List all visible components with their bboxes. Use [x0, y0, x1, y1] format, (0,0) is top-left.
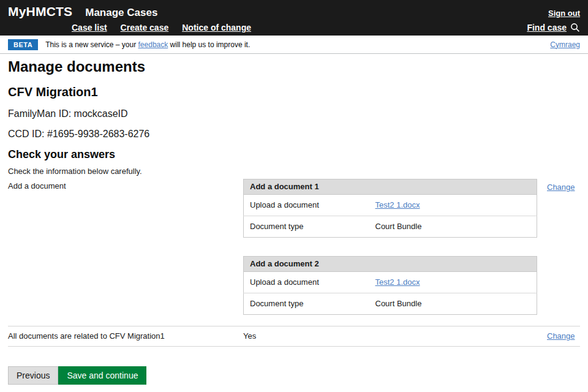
- related-documents-row: All documents are related to CFV Migrati…: [8, 326, 580, 347]
- beta-badge: BETA: [8, 39, 38, 50]
- document-table-1-title: Add a document 1: [244, 179, 537, 195]
- document-type-label: Document type: [244, 216, 369, 238]
- table-row: Upload a document Test2 1.docx: [244, 195, 537, 216]
- related-change-link[interactable]: Change: [547, 331, 575, 341]
- related-change-cell: Change: [537, 331, 580, 341]
- documents-row-label: Add a document: [8, 179, 243, 315]
- familyman-id: FamilyMan ID: mockcaseID: [8, 108, 580, 120]
- nav-create-case[interactable]: Create case: [121, 23, 169, 32]
- upload-document-label: Upload a document: [244, 195, 369, 216]
- document-type-label: Document type: [244, 293, 369, 315]
- document-type-value: Court Bundle: [369, 293, 537, 315]
- table-row: Document type Court Bundle: [244, 293, 537, 315]
- documents-answer-row: Add a document Add a document 1 Upload a…: [8, 179, 580, 315]
- document-table-2: Add a document 2 Upload a document Test2…: [243, 256, 537, 315]
- page-title: Manage documents: [8, 58, 580, 76]
- document-file-link[interactable]: Test2 1.docx: [375, 200, 420, 209]
- previous-button[interactable]: Previous: [8, 366, 58, 385]
- feedback-link[interactable]: feedback: [138, 40, 168, 49]
- check-answers-instruction: Check the information below carefully.: [8, 167, 580, 176]
- beta-text-after: will help us to improve it.: [168, 40, 250, 49]
- ccd-id: CCD ID: #1695-9938-2683-6276: [8, 128, 580, 140]
- upload-document-label: Upload a document: [244, 272, 369, 293]
- app-title: Manage Cases: [85, 7, 157, 19]
- document-table-1: Add a document 1 Upload a document Test2…: [243, 179, 537, 238]
- nav-notice-of-change[interactable]: Notice of change: [182, 23, 251, 32]
- brand-logo: MyHMCTS: [8, 4, 72, 19]
- header-nav-row: Case list Create case Notice of change F…: [8, 23, 580, 32]
- nav-case-list[interactable]: Case list: [72, 23, 107, 32]
- brand-group: MyHMCTS Manage Cases: [8, 4, 157, 19]
- beta-banner: BETA This is a new service – your feedba…: [0, 36, 588, 54]
- documents-change-link[interactable]: Change: [547, 183, 575, 192]
- main-content: Manage documents CFV Migration1 FamilyMa…: [0, 58, 588, 392]
- language-toggle-link[interactable]: Cymraeg: [550, 40, 580, 49]
- documents-change-cell: Change: [537, 179, 580, 315]
- primary-nav: Case list Create case Notice of change: [72, 23, 251, 32]
- search-icon[interactable]: [570, 23, 580, 32]
- find-case-link[interactable]: Find case: [527, 23, 567, 32]
- beta-text-before: This is a new service – your: [45, 40, 138, 49]
- sign-out-link[interactable]: Sign out: [548, 9, 580, 18]
- save-and-continue-button[interactable]: Save and continue: [58, 366, 146, 385]
- table-row: Upload a document Test2 1.docx: [244, 272, 537, 293]
- table-row: Document type Court Bundle: [244, 216, 537, 238]
- check-answers-heading: Check your answers: [8, 148, 580, 161]
- find-case-group: Find case: [527, 23, 580, 32]
- document-table-2-title: Add a document 2: [244, 257, 537, 272]
- document-type-value: Court Bundle: [369, 216, 537, 238]
- case-name-heading: CFV Migration1: [8, 85, 580, 99]
- documents-tables: Add a document 1 Upload a document Test2…: [243, 179, 537, 315]
- related-row-label: All documents are related to CFV Migrati…: [8, 331, 243, 341]
- header-top-row: MyHMCTS Manage Cases Sign out: [8, 0, 580, 19]
- form-actions: Previous Save and continue: [8, 366, 580, 385]
- beta-text: This is a new service – your feedback wi…: [45, 40, 250, 49]
- document-file-link[interactable]: Test2 1.docx: [375, 277, 420, 287]
- app-header: MyHMCTS Manage Cases Sign out Case list …: [0, 0, 588, 36]
- related-row-value: Yes: [243, 331, 537, 341]
